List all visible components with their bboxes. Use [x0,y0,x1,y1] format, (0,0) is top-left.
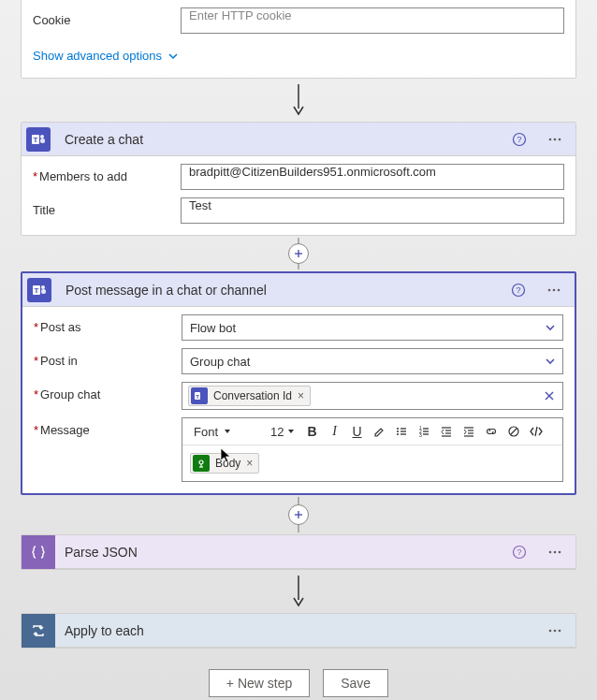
token-label: Conversation Id [213,389,292,402]
italic-button[interactable]: I [325,422,343,441]
font-size-select[interactable]: 12 [267,421,298,442]
svg-point-8 [554,138,557,140]
svg-text:3: 3 [419,432,422,438]
post-in-label: Post in [34,348,174,368]
svg-text:T: T [34,136,38,144]
create-chat-card: T Create a chat ? Members to add bradpit… [21,122,576,236]
create-chat-header[interactable]: T Create a chat ? [22,123,575,156]
connector-arrow [287,570,310,613]
message-richtext[interactable]: Font 12 B I U [182,417,563,482]
create-chat-title: Create a chat [65,132,497,147]
numbered-list-button[interactable]: 123 [415,422,433,441]
svg-point-60 [559,550,561,553]
more-menu-icon[interactable] [542,126,568,153]
conversation-id-token[interactable]: T Conversation Id × [188,386,311,406]
more-menu-icon[interactable] [542,539,568,565]
bold-button[interactable]: B [302,422,321,441]
caret-down-icon [224,428,231,435]
chevron-down-icon [544,321,557,334]
svg-point-3 [40,135,44,139]
svg-point-64 [559,629,561,632]
svg-point-21 [553,288,556,291]
chevron-down-icon [167,51,179,62]
svg-point-29 [397,430,399,432]
svg-text:?: ? [516,285,520,295]
more-menu-icon[interactable] [542,618,568,644]
svg-text:T: T [35,286,39,295]
svg-text:T: T [196,394,199,400]
add-step-button[interactable] [288,243,309,264]
svg-point-59 [554,550,557,553]
help-icon[interactable]: ? [506,539,532,565]
chat-title-label: Title [33,197,173,217]
clear-format-button[interactable] [504,422,523,441]
data-operation-icon [22,535,55,569]
cookie-label: Cookie [33,7,173,27]
new-step-button[interactable]: + New step [209,669,310,697]
remove-token-icon[interactable]: × [246,457,253,470]
trigger-icon [193,455,210,472]
clear-field-icon[interactable] [544,390,555,401]
message-label: Message [34,417,174,437]
post-as-value: Flow bot [190,321,236,335]
svg-point-9 [559,138,561,140]
richtext-content[interactable]: Body × [182,445,562,481]
footer-actions: + New step Save [209,649,388,700]
connector-arrow [287,79,310,122]
chat-title-input[interactable]: Test [181,197,564,224]
members-to-add-input[interactable]: bradpitt@CitizenBuilders951.onmicrosoft.… [181,164,564,190]
post-as-select[interactable]: Flow bot [182,314,563,341]
svg-rect-4 [40,139,45,143]
svg-rect-17 [41,289,46,294]
group-chat-label: Group chat [34,382,174,401]
highlight-button[interactable] [370,422,388,441]
richtext-toolbar: Font 12 B I U [182,418,562,445]
post-message-card: T Post message in a chat or channel ? Po… [21,271,576,495]
more-menu-icon[interactable] [541,277,567,303]
outdent-button[interactable] [437,422,456,441]
bullet-list-button[interactable] [392,422,411,441]
save-button[interactable]: Save [323,669,388,697]
svg-point-27 [397,428,399,430]
link-button[interactable] [482,422,501,441]
help-icon[interactable]: ? [505,277,531,303]
indent-button[interactable] [459,422,478,441]
post-message-title: Post message in a chat or channel [66,283,496,298]
svg-point-31 [397,433,399,435]
svg-point-20 [548,288,551,291]
show-advanced-options-label: Show advanced options [33,49,162,63]
show-advanced-options-link[interactable]: Show advanced options [33,41,564,66]
post-as-label: Post as [34,314,174,334]
post-in-value: Group chat [190,355,250,369]
font-label: Font [194,425,218,439]
control-icon [22,614,55,648]
apply-to-each-header[interactable]: Apply to each [22,614,575,648]
teams-icon: T [22,123,55,156]
font-select[interactable]: Font [188,421,263,442]
teams-icon: T [191,387,208,404]
members-to-add-label: Members to add [33,164,173,183]
body-token[interactable]: Body × [190,453,259,474]
apply-to-each-card: Apply to each [21,613,576,649]
post-in-select[interactable]: Group chat [182,348,563,374]
underline-button[interactable]: U [347,422,366,441]
caret-down-icon [287,428,295,435]
remove-token-icon[interactable]: × [298,389,304,402]
teams-icon: T [22,273,56,307]
code-view-button[interactable] [527,422,546,441]
apply-to-each-title: Apply to each [65,623,532,638]
post-message-header[interactable]: T Post message in a chat or channel ? [22,273,575,307]
cookie-input[interactable]: Enter HTTP cookie [181,7,564,34]
svg-point-49 [199,460,203,464]
group-chat-field[interactable]: T Conversation Id × [182,382,563,410]
chevron-down-icon [544,355,557,368]
svg-text:?: ? [517,547,521,557]
svg-point-63 [554,629,557,632]
svg-text:?: ? [517,135,521,144]
svg-point-58 [549,550,552,553]
parse-json-title: Parse JSON [65,545,497,560]
help-icon[interactable]: ? [506,126,532,153]
font-size-label: 12 [270,425,284,439]
parse-json-header[interactable]: Parse JSON ? [22,535,575,569]
add-step-button[interactable] [288,504,309,525]
